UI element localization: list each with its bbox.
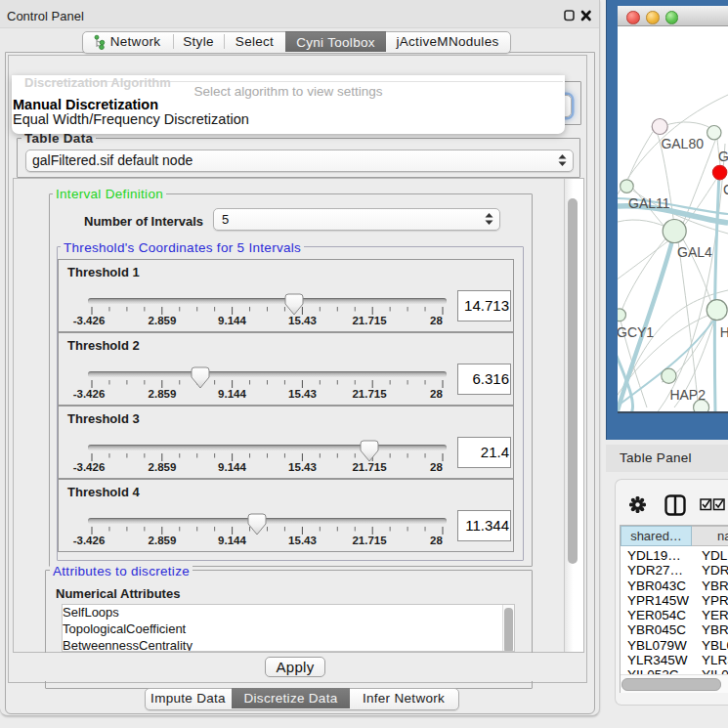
svg-text:HA: HA bbox=[720, 324, 728, 340]
svg-text:GAL11: GAL11 bbox=[628, 195, 670, 211]
svg-text:GA: GA bbox=[718, 149, 728, 164]
svg-text:HAP2: HAP2 bbox=[669, 387, 706, 403]
svg-text:GCY1: GCY1 bbox=[618, 324, 654, 340]
svg-text:C: C bbox=[723, 182, 728, 197]
svg-text:GAL4: GAL4 bbox=[677, 244, 712, 260]
svg-text:GAL80: GAL80 bbox=[661, 136, 704, 151]
